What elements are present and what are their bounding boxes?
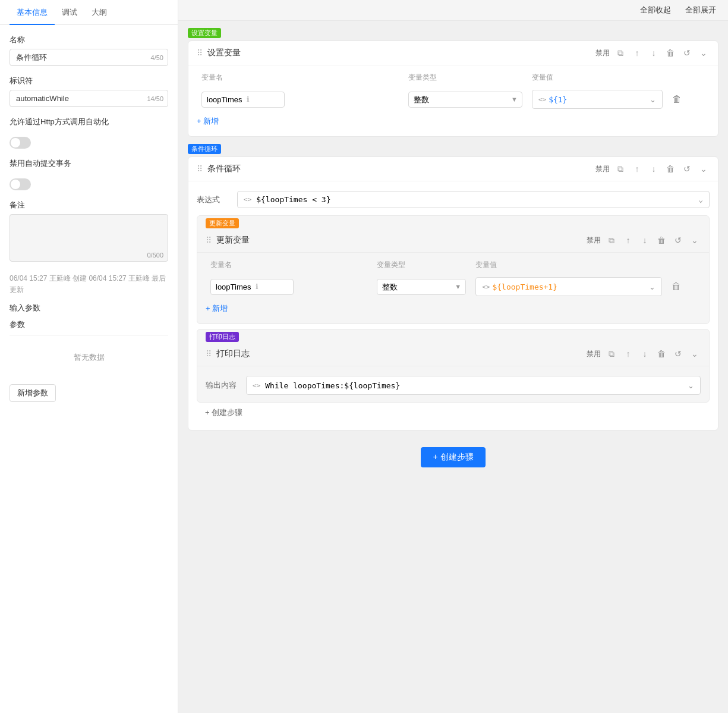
disable-submit-toggle[interactable]	[10, 178, 31, 190]
print-log-more-btn[interactable]: ⌄	[689, 348, 701, 360]
update-var-body: 变量名 变量类型 变量值	[197, 253, 709, 323]
create-step-main-button[interactable]: + 创建步骤	[421, 447, 485, 467]
id-input-wrapper: 14/50	[10, 90, 168, 107]
add-param-button[interactable]: 新增参数	[10, 384, 56, 402]
tab-outline[interactable]: 大纲	[84, 0, 114, 25]
set-var-title: 设置变量	[207, 48, 591, 58]
print-log-block: 打印日志 ⠿ 打印日志 禁用 ⧉ ↑ ↓ 🗑 ↺	[197, 329, 710, 403]
set-var-down-btn[interactable]: ↓	[648, 47, 660, 59]
condition-copy-btn[interactable]: ⧉	[614, 163, 626, 175]
condition-card: ⠿ 条件循环 禁用 ⧉ ↑ ↓ 🗑 ↺ ⌄ 表达式	[188, 156, 718, 431]
output-code-tag: <>	[253, 382, 260, 390]
name-input[interactable]	[10, 49, 168, 66]
print-log-header: ⠿ 打印日志 禁用 ⧉ ↑ ↓ 🗑 ↺ ⌄	[197, 342, 709, 366]
condition-title: 条件循环	[207, 164, 591, 174]
update-var-header: ⠿ 更新变量 禁用 ⧉ ↑ ↓ 🗑 ↺ ⌄	[197, 228, 709, 253]
note-wrapper: 0/500	[10, 214, 168, 263]
update-var-more-btn[interactable]: ⌄	[689, 234, 701, 246]
add-var-row-btn[interactable]: + 新增	[197, 111, 219, 129]
drag-handle-condition[interactable]: ⠿	[197, 164, 203, 174]
update-var-copy-btn[interactable]: ⧉	[606, 234, 617, 246]
tab-debug[interactable]: 调试	[55, 0, 84, 25]
set-var-actions: 禁用 ⧉ ↑ ↓ 🗑 ↺ ⌄	[595, 47, 710, 59]
set-var-row-0: loopTimes ℹ 整数 字符串 布尔	[197, 87, 710, 111]
update-delete-row-btn-0[interactable]: 🗑	[672, 281, 681, 292]
print-log-body: 输出内容 <> While loopoTimes:${loopTimes} ⌄	[197, 366, 709, 402]
output-value-input[interactable]: <> While loopoTimes:${loopTimes} ⌄	[246, 376, 701, 395]
print-log-refresh-btn[interactable]: ↺	[672, 348, 684, 360]
set-var-refresh-btn[interactable]: ↺	[681, 47, 693, 59]
no-data-text: 暂无数据	[74, 340, 105, 375]
info-icon-0: ℹ	[247, 95, 250, 103]
set-var-disable-btn[interactable]: 禁用	[595, 48, 610, 58]
update-var-value-input-0[interactable]: <> ${loopTimes+1} ⌄	[475, 277, 661, 296]
right-content: 设置变量 ⠿ 设置变量 禁用 ⧉ ↑ ↓ 🗑 ↺ ⌄	[178, 21, 728, 713]
update-var-delete-btn[interactable]: 🗑	[655, 234, 667, 246]
inner-create-step[interactable]: + 创建步骤	[197, 403, 710, 423]
set-var-table: loopTimes 变量名 变量类型 变量值	[197, 73, 710, 111]
set-var-up-btn[interactable]: ↑	[631, 47, 643, 59]
set-var-block: 设置变量 ⠿ 设置变量 禁用 ⧉ ↑ ↓ 🗑 ↺ ⌄	[188, 28, 718, 137]
set-var-delete-btn[interactable]: 🗑	[664, 47, 676, 59]
set-var-more-btn[interactable]: ⌄	[698, 47, 710, 59]
add-update-var-row-btn[interactable]: + 新增	[206, 299, 228, 316]
print-log-delete-btn[interactable]: 🗑	[655, 348, 667, 360]
id-input[interactable]	[10, 90, 168, 107]
set-var-copy-btn[interactable]: ⧉	[614, 47, 626, 59]
set-var-value-input-0[interactable]: <> ${1} ⌄	[532, 90, 663, 109]
tab-basic-info[interactable]: 基本信息	[10, 0, 55, 25]
update-info-icon-0: ℹ	[256, 282, 259, 291]
tab-bar: 基本信息 调试 大纲	[0, 0, 178, 25]
update-code-arrow-icon-0: ⌄	[649, 282, 655, 291]
http-label: 允许通过Http方式调用自动化	[10, 117, 109, 127]
update-var-table: 变量名 变量类型 变量值	[206, 260, 701, 299]
http-toggle[interactable]	[10, 137, 31, 149]
update-var-block: 更新变量 ⠿ 更新变量 禁用 ⧉ ↑ ↓ 🗑 ↺	[197, 215, 710, 324]
print-log-disable-btn[interactable]: 禁用	[587, 349, 601, 359]
condition-more-btn[interactable]: ⌄	[698, 163, 710, 175]
condition-header: ⠿ 条件循环 禁用 ⧉ ↑ ↓ 🗑 ↺ ⌄	[188, 157, 718, 181]
name-label: 名称	[10, 34, 168, 45]
drag-handle-update-var[interactable]: ⠿	[206, 235, 212, 245]
print-log-up-btn[interactable]: ↑	[622, 348, 634, 360]
expand-all-button[interactable]: 全部展开	[683, 4, 718, 17]
condition-disable-btn[interactable]: 禁用	[595, 164, 610, 174]
condition-down-btn[interactable]: ↓	[648, 163, 660, 175]
update-var-down-btn[interactable]: ↓	[639, 234, 651, 246]
drag-handle-set-var[interactable]: ⠿	[197, 48, 203, 58]
expr-value-input[interactable]: <> ${loopTimes < 3} ⌄	[237, 191, 710, 208]
condition-delete-btn[interactable]: 🗑	[664, 163, 676, 175]
condition-tag: 条件循环	[188, 144, 221, 154]
print-log-down-btn[interactable]: ↓	[639, 348, 651, 360]
update-var-row-0: loopTimes ℹ 整数	[206, 275, 701, 299]
set-var-value-text-0: ${1}	[549, 95, 644, 104]
id-count: 14/50	[147, 95, 163, 102]
collapse-all-button[interactable]: 全部收起	[638, 4, 673, 17]
left-panel: 基本信息 调试 大纲 名称 4/50 标识符 14/50 允许通过Http方式调…	[0, 0, 178, 713]
set-var-name-input-0[interactable]: loopTimes ℹ	[201, 92, 285, 108]
update-var-up-btn[interactable]: ↑	[622, 234, 634, 246]
condition-block: 条件循环 ⠿ 条件循环 禁用 ⧉ ↑ ↓ 🗑 ↺ ⌄	[188, 144, 718, 431]
update-var-type-select-0[interactable]: 整数 字符串	[377, 279, 467, 295]
condition-up-btn[interactable]: ↑	[631, 163, 643, 175]
drag-handle-print-log[interactable]: ⠿	[206, 349, 212, 359]
id-label: 标识符	[10, 76, 168, 86]
update-var-name-input-0[interactable]: loopTimes ℹ	[210, 279, 294, 295]
update-var-disable-btn[interactable]: 禁用	[587, 235, 601, 246]
condition-body: 表达式 <> ${loopTimes < 3} ⌄ 更新变量	[188, 181, 718, 430]
update-var-value-text-0: ${loopTimes+1}	[492, 282, 644, 291]
note-textarea[interactable]	[10, 214, 168, 262]
update-var-refresh-btn[interactable]: ↺	[672, 234, 684, 246]
expr-row: 表达式 <> ${loopTimes < 3} ⌄	[197, 191, 710, 208]
input-params-label: 输入参数	[10, 303, 168, 313]
print-log-title: 打印日志	[216, 348, 582, 359]
set-var-type-wrapper-0: 整数 字符串 布尔 ▼	[408, 92, 522, 108]
condition-refresh-btn[interactable]: ↺	[681, 163, 693, 175]
output-expand-icon: ⌄	[688, 381, 694, 390]
print-log-copy-btn[interactable]: ⧉	[606, 348, 617, 360]
name-field-group: 名称 4/50	[10, 34, 168, 66]
delete-row-btn-0[interactable]: 🗑	[672, 94, 682, 105]
name-input-wrapper: 4/50	[10, 49, 168, 66]
set-var-type-select-0[interactable]: 整数 字符串 布尔	[408, 92, 522, 108]
update-var-title: 更新变量	[216, 235, 582, 246]
